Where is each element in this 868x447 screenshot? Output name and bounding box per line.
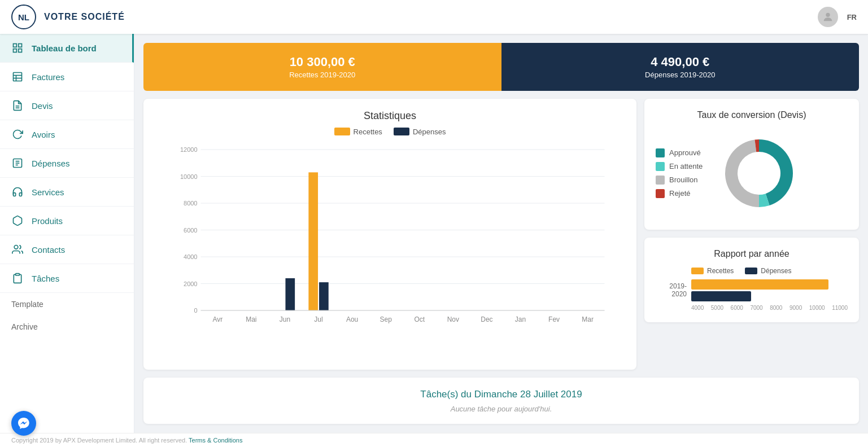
sidebar-item-label: Services — [32, 187, 64, 197]
sidebar-item-depenses[interactable]: Dépenses — [0, 149, 134, 178]
svg-point-15 — [14, 246, 18, 249]
sidebar-item-avoirs[interactable]: Avoirs — [0, 120, 134, 149]
depenses-label: Dépenses 2019-2020 — [645, 71, 715, 79]
rapport-axis-label: 11000 — [832, 305, 848, 311]
legend-depenses-label: Dépenses — [413, 128, 446, 136]
rapport-axis: 4000500060007000800090001000011000 — [656, 305, 848, 311]
svg-text:Jun: Jun — [280, 315, 290, 323]
svg-text:Aou: Aou — [346, 315, 358, 323]
svg-text:10000: 10000 — [180, 173, 198, 179]
chart-title: Statistiques — [155, 110, 625, 122]
rapport-depenses-label: Dépenses — [761, 267, 791, 275]
bar-chart-svg: 020004000600080001000012000AvrMaiJunJulA… — [155, 144, 625, 336]
depenses-card: 4 490,00 € Dépenses 2019-2020 — [501, 43, 860, 91]
rapport-axis-label: 10000 — [809, 305, 825, 311]
donut-legend-brouillon: Brouillon — [656, 176, 703, 185]
language-selector[interactable]: FR — [847, 13, 857, 21]
rapport-legend-recettes: Recettes — [691, 267, 734, 275]
company-name: VOTRE SOCIÉTÉ — [44, 12, 125, 22]
svg-text:Mar: Mar — [582, 315, 594, 323]
sidebar-section-archive[interactable]: Archive — [0, 315, 134, 338]
rapport-axis-label: 9000 — [790, 305, 802, 311]
svg-rect-35 — [308, 172, 318, 310]
grid-icon — [11, 42, 24, 54]
svg-point-0 — [826, 13, 830, 17]
document-list-icon — [11, 157, 24, 169]
svg-text:Fev: Fev — [548, 315, 560, 323]
tasks-empty: Aucune tâche pour aujourd'hui. — [155, 405, 848, 413]
rapport-recettes-bar — [691, 279, 828, 290]
rapport-recettes-label: Recettes — [707, 267, 734, 275]
sidebar-item-factures[interactable]: Factures — [0, 63, 134, 91]
svg-rect-3 — [14, 49, 17, 52]
svg-rect-36 — [319, 282, 329, 310]
main-content: 10 300,00 € Recettes 2019-2020 4 490,00 … — [134, 34, 868, 433]
sidebar-section-template[interactable]: Template — [0, 293, 134, 315]
rapport-bars: 2019-2020 — [656, 279, 848, 301]
rapport-axis-label: 7000 — [750, 305, 762, 311]
rapport-recettes-color — [691, 268, 704, 274]
sidebar-item-label: Avoirs — [32, 130, 55, 139]
rapport-axis-label: 6000 — [731, 305, 743, 311]
legend-recettes-label: Recettes — [354, 128, 382, 136]
rapport-axis-label: 5000 — [711, 305, 723, 311]
footer-terms[interactable]: Terms & Conditions — [189, 437, 242, 444]
legend-depenses-color — [394, 128, 409, 135]
sidebar-item-taches[interactable]: Tâches — [0, 264, 134, 293]
svg-rect-16 — [16, 274, 20, 275]
svg-text:8000: 8000 — [184, 200, 197, 207]
svg-rect-1 — [14, 44, 17, 47]
sidebar-item-label: Tâches — [32, 274, 59, 283]
header-right: FR — [818, 7, 857, 27]
chat-bubble[interactable] — [11, 411, 36, 436]
sidebar-item-services[interactable]: Services — [0, 178, 134, 207]
sidebar-item-label: Devis — [32, 101, 53, 111]
donut-legend: ApprouvéEn attenteBrouillonRejeté — [656, 148, 703, 198]
rapport-row: 2019-2020 — [656, 279, 848, 301]
headset-icon — [11, 186, 24, 198]
sidebar-item-label: Factures — [32, 72, 64, 82]
right-panels: Taux de conversion (Devis) ApprouvéEn at… — [644, 99, 859, 370]
legend-recettes-color — [334, 128, 350, 135]
donut-color — [656, 176, 665, 185]
recettes-amount: 10 300,00 € — [290, 55, 355, 69]
header-left: NL VOTRE SOCIÉTÉ — [11, 5, 125, 29]
donut-color — [656, 189, 665, 198]
sidebar-item-label: Dépenses — [32, 159, 70, 168]
tasks-title: Tâche(s) du Dimanche 28 Juillet 2019 — [155, 389, 848, 400]
svg-text:Mai: Mai — [246, 315, 256, 323]
recettes-label: Recettes 2019-2020 — [289, 71, 355, 79]
footer: Copyright 2019 by APX Development Limite… — [0, 433, 868, 447]
chart-legend: Recettes Dépenses — [155, 128, 625, 136]
sidebar-item-devis[interactable]: Devis — [0, 91, 134, 120]
rapport-panel: Rapport par année Recettes Dépenses — [644, 238, 859, 322]
donut-legend-rejeté: Rejeté — [656, 189, 703, 198]
rapport-depenses-bar — [691, 291, 751, 301]
refresh-icon — [11, 128, 24, 141]
sidebar-item-contacts[interactable]: Contacts — [0, 235, 134, 264]
svg-text:6000: 6000 — [184, 226, 197, 233]
legend-recettes: Recettes — [334, 128, 382, 136]
middle-row: Statistiques Recettes Dépenses 020004000… — [143, 99, 859, 370]
svg-text:Jul: Jul — [314, 315, 322, 323]
layout: Tableau de bordFacturesDevisAvoirsDépens… — [0, 34, 868, 433]
svg-rect-2 — [19, 44, 22, 47]
rapport-chart-legend: Recettes Dépenses — [656, 267, 848, 275]
conversion-title: Taux de conversion (Devis) — [656, 110, 848, 120]
sidebar-item-tableau[interactable]: Tableau de bord — [0, 34, 134, 63]
svg-rect-33 — [285, 278, 295, 310]
svg-text:Dec: Dec — [481, 315, 492, 323]
chart-area: 020004000600080001000012000AvrMaiJunJulA… — [155, 144, 625, 358]
sidebar-item-produits[interactable]: Produits — [0, 207, 134, 235]
svg-text:12000: 12000 — [180, 146, 198, 153]
donut-color — [656, 148, 665, 157]
svg-text:2000: 2000 — [184, 280, 197, 287]
donut-color — [656, 162, 665, 171]
svg-rect-4 — [19, 49, 22, 52]
rapport-axis-label: 8000 — [770, 305, 782, 311]
tasks-section: Tâche(s) du Dimanche 28 Juillet 2019 Auc… — [143, 378, 859, 424]
footer-copyright: Copyright 2019 by APX Development Limite… — [11, 437, 187, 444]
header: NL VOTRE SOCIÉTÉ FR — [0, 0, 868, 34]
user-avatar[interactable] — [818, 7, 838, 27]
svg-text:Nov: Nov — [447, 315, 459, 323]
